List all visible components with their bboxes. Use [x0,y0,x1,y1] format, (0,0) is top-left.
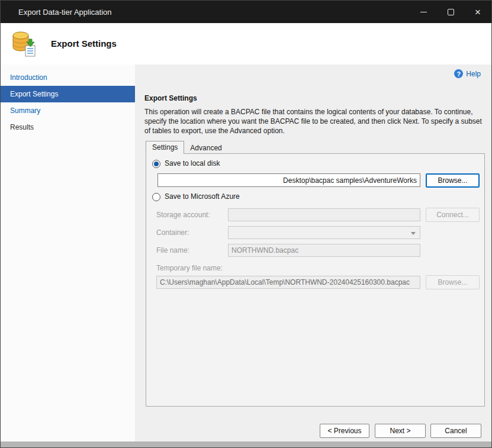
window-bottom-edge [1,441,491,447]
save-local-disk-label: Save to local disk [165,159,220,167]
titlebar[interactable]: Export Data-tier Application × [1,1,491,23]
tab-settings[interactable]: Settings [146,141,184,154]
browse-local-button[interactable]: Browse... [426,173,480,188]
tab-strip: Settings Advanced [146,141,228,154]
cancel-button[interactable]: Cancel [430,424,481,438]
help-link[interactable]: ? Help [454,69,481,78]
maximize-icon [448,9,454,15]
section-title: Export Settings [144,94,197,102]
file-name-label: File name: [156,246,189,254]
help-label: Help [466,70,481,78]
chevron-down-icon [411,232,416,235]
section-description: This operation will create a BACPAC file… [144,107,485,136]
wizard-steps-sidebar: Introduction Export Settings Summary Res… [1,65,135,441]
wizard-header: Export Settings [1,23,491,65]
close-icon: × [475,7,481,17]
sidebar-item-results[interactable]: Results [1,119,135,136]
window-controls: × [410,1,491,23]
minimize-icon [420,12,427,12]
previous-button[interactable]: < Previous [320,424,369,438]
wizard-page-title: Export Settings [51,38,117,49]
tab-advanced[interactable]: Advanced [184,143,227,154]
temp-file-input [156,276,420,289]
maximize-button[interactable] [437,1,464,23]
window-title: Export Data-tier Application [1,8,112,17]
save-local-disk-radio[interactable] [152,160,160,168]
connect-button: Connect... [426,208,480,222]
sidebar-item-summary[interactable]: Summary [1,102,135,119]
browse-temp-button: Browse... [426,275,480,289]
save-azure-radio[interactable] [152,193,160,201]
file-name-input [228,244,420,257]
next-button[interactable]: Next > [375,424,426,438]
sidebar-item-introduction[interactable]: Introduction [1,69,135,86]
export-dialog-window: Export Data-tier Application × Export Se… [0,0,492,448]
help-icon: ? [454,69,463,78]
minimize-button[interactable] [410,1,437,23]
close-button[interactable]: × [464,1,491,23]
settings-tab-panel: Save to local disk Browse... Save to Mic… [146,153,485,407]
wizard-content: ? Help Export Settings This operation wi… [135,65,491,441]
local-path-input[interactable] [157,173,420,187]
export-dacpac-icon [8,29,38,59]
save-azure-label: Save to Microsoft Azure [165,192,240,201]
storage-account-label: Storage account: [156,211,210,219]
container-label: Container: [156,228,189,237]
sidebar-item-export-settings[interactable]: Export Settings [1,86,135,102]
temp-file-name-label: Temporary file name: [156,264,223,272]
container-dropdown [228,226,420,239]
storage-account-input [228,208,420,221]
